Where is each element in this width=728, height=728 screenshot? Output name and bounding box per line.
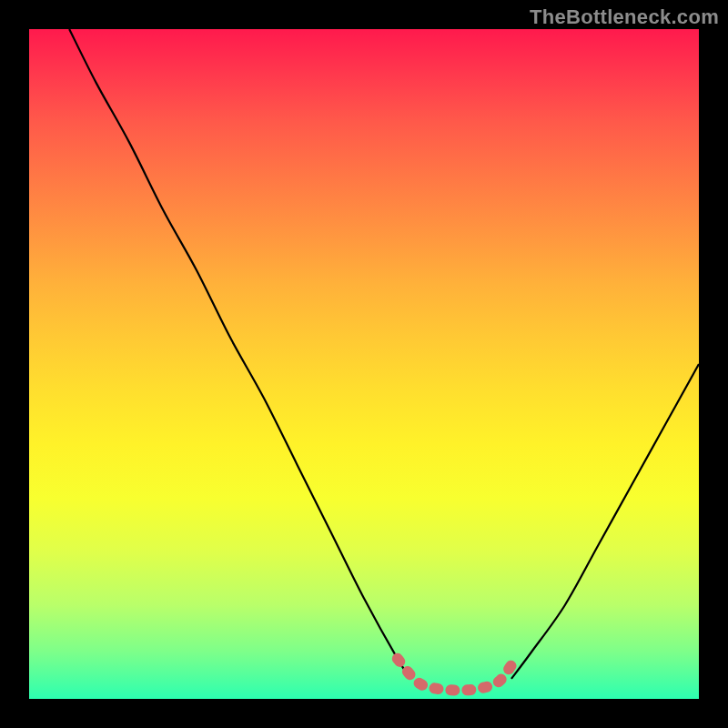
curves-layer bbox=[29, 29, 699, 699]
plot-area bbox=[29, 29, 699, 699]
watermark-text: TheBottleneck.com bbox=[530, 5, 719, 29]
valley-highlight-path bbox=[398, 659, 511, 691]
curve-group bbox=[69, 29, 699, 690]
chart-frame: TheBottleneck.com bbox=[0, 0, 728, 728]
left-curve-path bbox=[69, 29, 410, 679]
right-curve-path bbox=[511, 364, 699, 679]
